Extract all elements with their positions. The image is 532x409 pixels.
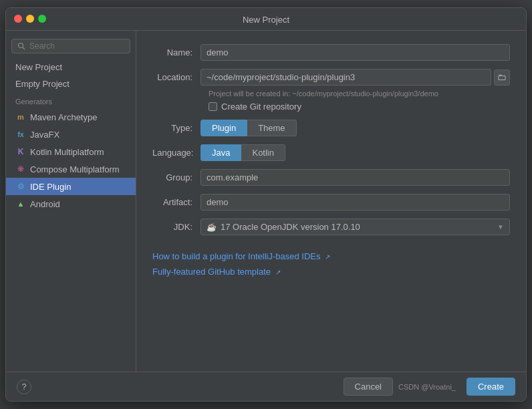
link1[interactable]: How to build a plugin for IntelliJ-based… — [152, 251, 330, 261]
git-label: Create Git repository — [221, 102, 301, 112]
footer-left: ? — [17, 380, 31, 394]
jdk-label: JDK: — [152, 222, 201, 232]
type-label: Type: — [152, 123, 201, 133]
sidebar-item-maven[interactable]: m Maven Archetype — [6, 108, 136, 126]
location-wrapper — [201, 69, 510, 86]
sidebar-item-ide-plugin[interactable]: ⚙ IDE Plugin — [6, 178, 136, 195]
group-label: Group: — [152, 172, 201, 182]
traffic-lights — [14, 15, 46, 23]
svg-line-1 — [23, 47, 25, 49]
sidebar-item-android[interactable]: ▲ Android — [6, 195, 136, 213]
dialog-footer: ? Cancel CSDN @Vroatni_ Create — [6, 372, 526, 401]
artifact-input[interactable] — [201, 194, 510, 211]
generators-section-label: Generators — [6, 92, 136, 108]
folder-icon — [498, 74, 506, 81]
location-input[interactable] — [201, 69, 491, 86]
language-java-button[interactable]: Java — [201, 144, 241, 161]
dropdown-arrow-icon: ▼ — [497, 223, 504, 231]
link2-arrow-icon: ↗ — [275, 269, 281, 276]
type-control: Plugin Theme — [201, 120, 510, 136]
sidebar-item-empty-project[interactable]: Empty Project — [6, 76, 136, 92]
link2-text: Fully-featured GitHub template — [152, 267, 271, 277]
main-panel: Name: Location: — [136, 31, 526, 372]
sidebar-item-new-project[interactable]: New Project — [6, 59, 136, 76]
group-control — [201, 169, 510, 186]
artifact-row: Artifact: — [152, 194, 510, 211]
language-row: Language: Java Kotlin — [152, 144, 510, 161]
group-input[interactable] — [201, 169, 510, 186]
ide-plugin-icon: ⚙ — [15, 181, 26, 192]
name-label: Name: — [152, 47, 201, 57]
name-input[interactable] — [201, 44, 510, 61]
link2[interactable]: Fully-featured GitHub template ↗ — [152, 267, 281, 277]
artifact-control — [201, 194, 510, 211]
language-label: Language: — [152, 148, 201, 158]
group-row: Group: — [152, 169, 510, 186]
sidebar-item-compose[interactable]: ❋ Compose Multiplatform — [6, 160, 136, 178]
search-box[interactable] — [11, 39, 130, 53]
type-theme-button[interactable]: Theme — [247, 120, 296, 136]
create-button[interactable]: Create — [467, 378, 515, 396]
sidebar: New Project Empty Project Generators m M… — [6, 31, 136, 372]
dialog-title: New Project — [243, 15, 289, 25]
sidebar-item-label: Compose Multiplatform — [30, 164, 120, 174]
language-button-group: Java Kotlin — [201, 144, 510, 161]
sidebar-item-label: New Project — [15, 62, 62, 72]
type-plugin-button[interactable]: Plugin — [201, 120, 247, 136]
javafx-icon: fx — [15, 129, 26, 140]
new-project-dialog: New Project New Project Empty Project Ge… — [5, 7, 527, 402]
sidebar-item-label: IDE Plugin — [30, 182, 71, 192]
type-row: Type: Plugin Theme — [152, 120, 510, 136]
search-icon — [17, 42, 25, 50]
git-row: Create Git repository — [209, 102, 510, 112]
sidebar-item-kotlin[interactable]: K Kotlin Multiplatform — [6, 143, 136, 160]
help-button[interactable]: ? — [17, 380, 31, 394]
close-button[interactable] — [14, 15, 22, 23]
location-control — [201, 69, 510, 86]
branding-label: CSDN @Vroatni_ — [398, 383, 456, 391]
sidebar-item-label: JavaFX — [30, 130, 59, 140]
jdk-control: ☕ 17 Oracle OpenJDK version 17.0.10 ▼ — [201, 219, 510, 235]
sidebar-item-javafx[interactable]: fx JavaFX — [6, 126, 136, 143]
jdk-dropdown[interactable]: ☕ 17 Oracle OpenJDK version 17.0.10 ▼ — [201, 219, 510, 235]
link1-text: How to build a plugin for IntelliJ-based… — [152, 251, 320, 261]
browse-button[interactable] — [494, 70, 510, 86]
links-section: How to build a plugin for IntelliJ-based… — [152, 251, 510, 282]
sidebar-item-label: Empty Project — [15, 79, 70, 89]
minimize-button[interactable] — [26, 15, 34, 23]
jdk-value: 17 Oracle OpenJDK version 17.0.10 — [221, 222, 360, 232]
kotlin-icon: K — [15, 146, 26, 157]
link2-row: Fully-featured GitHub template ↗ — [152, 267, 510, 277]
android-icon: ▲ — [15, 198, 26, 209]
sidebar-item-label: Kotlin Multiplatform — [30, 147, 104, 157]
project-path-hint: Project will be created in: ~/code/mypro… — [209, 90, 510, 98]
link1-arrow-icon: ↗ — [325, 253, 330, 261]
compose-icon: ❋ — [15, 164, 26, 174]
dialog-content: New Project Empty Project Generators m M… — [6, 31, 526, 372]
location-label: Location: — [152, 72, 201, 82]
type-button-group: Plugin Theme — [201, 120, 510, 136]
sidebar-item-label: Android — [30, 199, 60, 209]
artifact-label: Artifact: — [152, 197, 201, 207]
jdk-row: JDK: ☕ 17 Oracle OpenJDK version 17.0.10… — [152, 219, 510, 235]
maven-icon: m — [15, 112, 26, 122]
name-row: Name: — [152, 44, 510, 61]
maximize-button[interactable] — [38, 15, 46, 23]
footer-right: Cancel CSDN @Vroatni_ Create — [344, 378, 515, 396]
jdk-icon: ☕ — [207, 223, 217, 232]
search-input[interactable] — [29, 41, 124, 51]
cancel-button[interactable]: Cancel — [344, 378, 393, 396]
language-control: Java Kotlin — [201, 144, 510, 161]
sidebar-item-label: Maven Archetype — [30, 112, 97, 122]
name-control — [201, 44, 510, 61]
link1-row: How to build a plugin for IntelliJ-based… — [152, 251, 510, 261]
language-kotlin-button[interactable]: Kotlin — [241, 144, 285, 161]
title-bar: New Project — [6, 8, 526, 31]
location-row: Location: — [152, 69, 510, 86]
git-checkbox[interactable] — [209, 102, 217, 111]
